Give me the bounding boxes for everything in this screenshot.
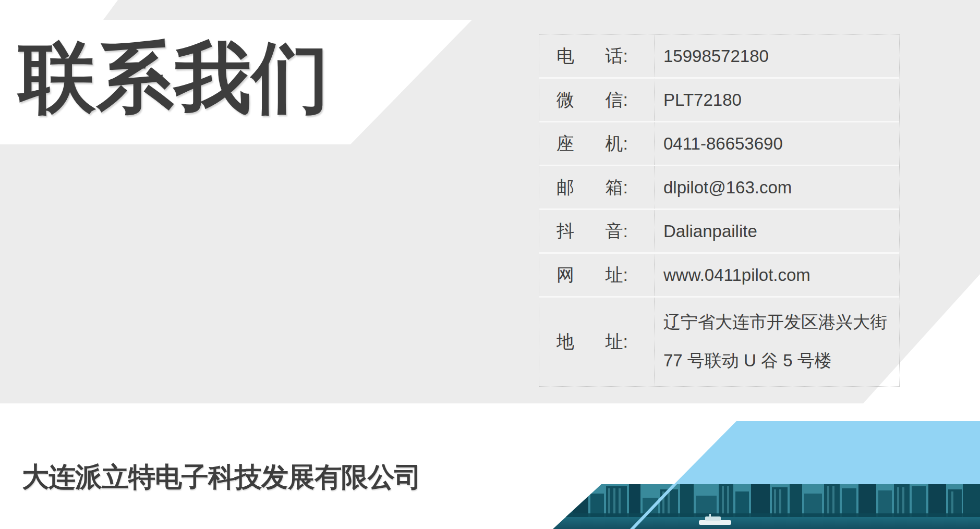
city-skyline-graphic	[553, 484, 980, 529]
contact-label: 电 话:	[539, 35, 655, 77]
contact-label: 邮 箱:	[539, 166, 655, 208]
label-char-first: 座	[556, 132, 574, 156]
label-char-second: 音:	[606, 219, 628, 243]
contact-value: dlpilot@163.com	[655, 166, 899, 208]
contact-value: 0411-86653690	[655, 122, 899, 165]
label-char-first: 地	[556, 330, 574, 354]
table-row: 座 机: 0411-86653690	[539, 122, 899, 166]
contact-value-line: 77 号联动 U 谷 5 号楼	[663, 349, 899, 372]
table-row: 网 址: www.0411pilot.com	[539, 254, 899, 298]
label-char-first: 微	[556, 88, 574, 112]
label-char-first: 抖	[556, 219, 574, 243]
water	[553, 517, 980, 529]
contact-label: 微 信:	[539, 79, 655, 121]
contact-slide: 联系我们 电 话: 15998572180 微 信: PLT72180 座 机:…	[0, 0, 980, 529]
contact-value: PLT72180	[655, 79, 899, 121]
table-row: 微 信: PLT72180	[539, 79, 899, 122]
contact-label: 座 机:	[539, 122, 655, 165]
table-row: 电 话: 15998572180	[539, 35, 899, 79]
contact-table: 电 话: 15998572180 微 信: PLT72180 座 机: 0411…	[539, 34, 900, 387]
company-name: 大连派立特电子科技发展有限公司	[22, 462, 421, 492]
label-char-second: 机:	[606, 132, 628, 156]
contact-value: Dalianpailite	[655, 210, 899, 252]
label-char-second: 信:	[606, 88, 628, 112]
contact-value-line: 辽宁省大连市开发区港兴大街	[663, 311, 899, 334]
label-char-first: 网	[556, 263, 574, 287]
label-char-second: 址:	[606, 263, 628, 287]
contact-value-line: www.0411pilot.com	[663, 264, 899, 287]
contact-value: 15998572180	[655, 35, 899, 77]
contact-value: 辽宁省大连市开发区港兴大街77 号联动 U 谷 5 号楼	[655, 298, 899, 386]
contact-value-line: 15998572180	[663, 45, 899, 68]
contact-value-line: Dalianpailite	[663, 220, 899, 243]
page-title: 联系我们	[19, 39, 330, 117]
table-row: 抖 音: Dalianpailite	[539, 210, 899, 254]
contact-value-line: PLT72180	[663, 89, 899, 112]
contact-value: www.0411pilot.com	[655, 254, 899, 296]
label-char-second: 址:	[606, 330, 628, 354]
table-row: 地 址: 辽宁省大连市开发区港兴大街77 号联动 U 谷 5 号楼	[539, 298, 899, 386]
label-char-first: 电	[556, 44, 574, 68]
label-char-second: 箱:	[606, 176, 628, 200]
contact-label: 网 址:	[539, 254, 655, 296]
table-row: 邮 箱: dlpilot@163.com	[539, 166, 899, 210]
buildings	[553, 484, 980, 517]
label-char-second: 话:	[606, 44, 628, 68]
contact-label: 抖 音:	[539, 210, 655, 252]
cityscape-image	[553, 484, 980, 529]
contact-value-line: 0411-86653690	[663, 132, 899, 155]
contact-label: 地 址:	[539, 298, 655, 386]
contact-value-line: dlpilot@163.com	[663, 176, 899, 199]
label-char-first: 邮	[556, 176, 574, 200]
waterfront-silhouette	[553, 513, 980, 517]
